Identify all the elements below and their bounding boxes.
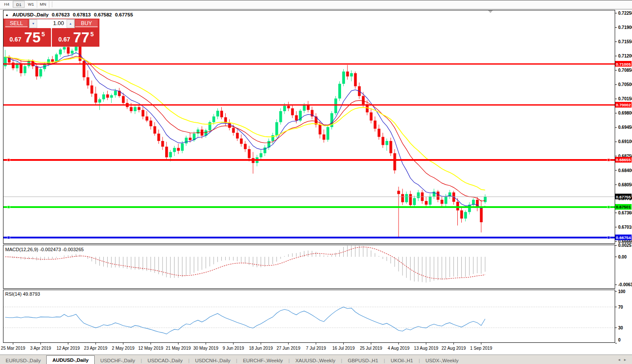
buy-button[interactable]: BUY [75, 19, 98, 27]
candle-body [134, 107, 137, 111]
candle-body [137, 107, 140, 110]
candle-body [114, 91, 117, 95]
candle-body [86, 77, 89, 86]
chart-tab-ukoil-h1[interactable]: UKOil-,H1 [385, 356, 419, 364]
ohlc-close: 0.67755 [115, 12, 133, 17]
date-axis-label: 3 Apr 2019 [30, 346, 51, 351]
candle-body [429, 197, 432, 205]
candle-body [405, 194, 408, 202]
candle-body [197, 130, 200, 134]
candle-body [378, 129, 381, 137]
candle-body [275, 122, 278, 135]
candle-body [373, 121, 377, 129]
candle-body [319, 125, 322, 134]
chart-title: ▲ AUDUSD-,Daily 0.67623 0.67813 0.67582 … [5, 12, 135, 17]
macd-panel [3, 245, 615, 289]
price-line-badge-label: 0.68655 [616, 157, 631, 162]
tab-scroll-left-icon[interactable]: ◄ [617, 358, 623, 362]
volume-value[interactable]: 1.00 [37, 19, 67, 28]
price-line-badge-label: 0.71005 [616, 62, 631, 67]
candle-body [283, 106, 286, 111]
date-axis: 25 Mar 20193 Apr 201912 Apr 201923 Apr 2… [1, 343, 492, 351]
price-chart-canvas[interactable]: 0.722500.719000.715500.712000.708500.705… [0, 0, 632, 354]
ohlc-high: 0.67813 [73, 12, 91, 17]
candle-body [425, 201, 428, 205]
candle-body [444, 197, 447, 204]
sell-button[interactable]: SELL [5, 19, 28, 27]
chart-tab-eurusd-daily[interactable]: EURUSD-,Daily [0, 356, 46, 364]
current-price-badge-label: 0.67755 [616, 195, 631, 199]
candle-body [39, 69, 42, 77]
chart-tab-audusd-daily[interactable]: AUDUSD-,Daily [46, 355, 95, 364]
candle-body [440, 200, 444, 204]
line-anchor [7, 206, 10, 208]
macd-axis-label: 0.002574 [618, 243, 632, 248]
candle-body [157, 134, 160, 141]
buy-price-prefix: 0.67 [58, 36, 70, 43]
line-anchor [607, 236, 610, 239]
candle-body [181, 144, 184, 151]
candle-body [185, 138, 188, 144]
rsi-indicator-label: RSI(14) 49.8793 [5, 291, 40, 297]
ohlc-open: 0.67623 [52, 12, 70, 17]
chart-tab-usdcnh-daily[interactable]: USDCNH-,Daily [189, 356, 236, 364]
candle-body [19, 64, 22, 73]
date-axis-label: 1 Sep 2019 [470, 346, 493, 351]
chart-tab-eurchf-weekly[interactable]: EURCHF-,Weekly [237, 356, 288, 364]
line-anchor [607, 206, 610, 208]
candle-body [244, 144, 247, 149]
date-axis-label: 9 Jun 2019 [223, 346, 244, 351]
volume-increase-button[interactable]: ▲ [67, 19, 74, 28]
chart-tab-usdx-weekly[interactable]: USDX-,Weekly [420, 356, 464, 364]
chart-tab-usdchf-daily[interactable]: USDCHF-,Daily [95, 356, 141, 364]
candle-body [303, 105, 306, 111]
candle-body [67, 47, 70, 54]
price-axis-label: 0.67010 [618, 225, 632, 230]
candle-body [362, 96, 365, 104]
one-click-collapse-icon[interactable]: ▲ [5, 13, 9, 17]
candle-body [338, 84, 342, 99]
date-axis-label: 4 Aug 2019 [388, 346, 410, 351]
candle-body [98, 99, 101, 103]
price-divider [51, 28, 52, 47]
ohlc-low: 0.67582 [94, 12, 112, 17]
sell-price-big: 75 [24, 29, 41, 46]
sell-price-display[interactable]: 0.67 75 5 [3, 28, 51, 47]
candle-body [326, 127, 329, 140]
tab-scroll-arrows[interactable]: ◄► [617, 358, 629, 362]
candle-body [433, 192, 436, 196]
chart-tab-gbpusd-h1[interactable]: GBPUSD-,H1 [342, 356, 384, 364]
candle-body [4, 57, 7, 66]
candle-body [212, 116, 215, 122]
chart-symbol-label: AUDUSD-,Daily [13, 12, 49, 17]
volume-spinner: ▼ 1.00 ▲ [29, 19, 75, 29]
candle-body [472, 200, 475, 204]
price-axis-label: 0.71200 [618, 54, 632, 58]
candle-body [413, 198, 416, 205]
date-axis-label: 21 May 2019 [166, 346, 191, 351]
date-axis-label: 16 Jul 2019 [332, 346, 355, 351]
buy-price-display[interactable]: 0.67 77 5 [52, 28, 99, 47]
price-axis-label: 0.69800 [618, 111, 632, 115]
rsi-axis-label: 70 [618, 305, 623, 310]
chart-tab-xauusd-weekly[interactable]: XAUUSD-,Weekly [290, 356, 341, 364]
line-anchor [7, 159, 10, 161]
date-axis-label: 22 Aug 2019 [441, 346, 466, 351]
candle-body [216, 111, 219, 116]
price-axis-label: 0.71900 [618, 25, 632, 30]
chart-tab-usdcad-daily[interactable]: USDCAD-,Daily [142, 356, 188, 364]
candle-body [150, 121, 153, 126]
candle-body [165, 147, 168, 157]
candle-body [370, 112, 373, 121]
mt4-window: H4 D1 W1 MN 0.722500.719000.715500.71200… [0, 0, 632, 364]
candle-body [161, 141, 164, 147]
candle-body [401, 194, 404, 202]
date-axis-label: 2 May 2019 [112, 346, 135, 351]
candle-body [260, 153, 263, 157]
buy-price-pip: 5 [90, 31, 94, 38]
candle-body [393, 153, 396, 170]
volume-decrease-button[interactable]: ▼ [29, 19, 37, 28]
tab-scroll-right-icon[interactable]: ► [623, 358, 629, 362]
line-anchor [607, 159, 610, 161]
rsi-axis-label: 0 [618, 338, 621, 342]
